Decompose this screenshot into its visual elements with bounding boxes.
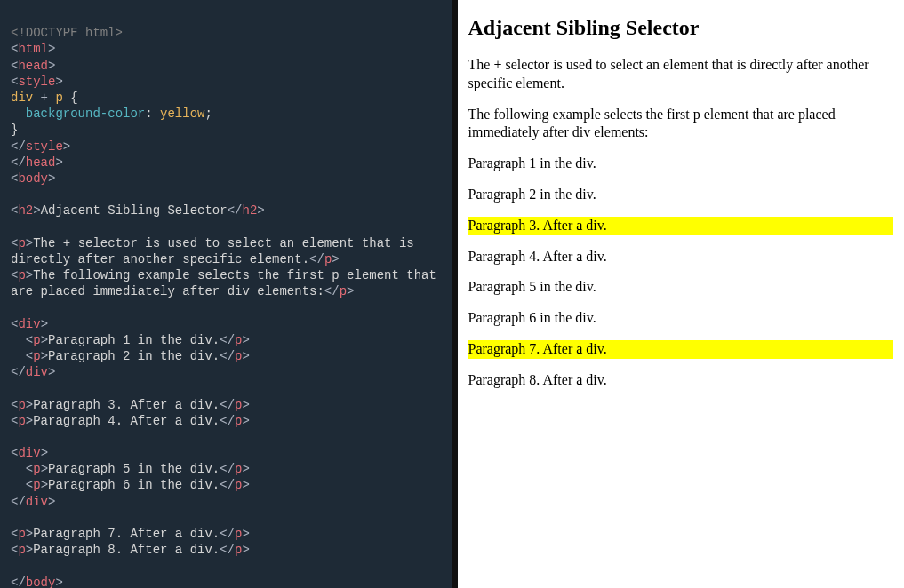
- preview-para-2: Paragraph 2 in the div.: [468, 186, 894, 204]
- preview-intro-1: The + selector is used to select an elem…: [468, 56, 894, 93]
- preview-para-7: Paragraph 7. After a div.: [468, 340, 894, 359]
- preview-para-4: Paragraph 4. After a div.: [468, 248, 894, 266]
- preview-para-3: Paragraph 3. After a div.: [468, 217, 894, 235]
- preview-para-5: Paragraph 5 in the div.: [468, 278, 894, 297]
- code-editor[interactable]: <!DOCTYPE html> <html> <head> <style> di…: [0, 0, 452, 588]
- code-doctype: <!DOCTYPE html>: [11, 26, 123, 40]
- preview-heading: Adjacent Sibling Selector: [468, 16, 894, 40]
- code-p2: The following example selects the first …: [11, 268, 444, 298]
- preview-para-1: Paragraph 1 in the div.: [468, 155, 894, 173]
- preview-pane: Adjacent Sibling Selector The + selector…: [452, 0, 905, 588]
- code-p1: The + selector is used to select an elem…: [11, 236, 421, 266]
- preview-intro-2: The following example selects the first …: [468, 106, 894, 143]
- preview-para-8: Paragraph 8. After a div.: [468, 371, 894, 390]
- preview-para-6: Paragraph 6 in the div.: [468, 309, 894, 328]
